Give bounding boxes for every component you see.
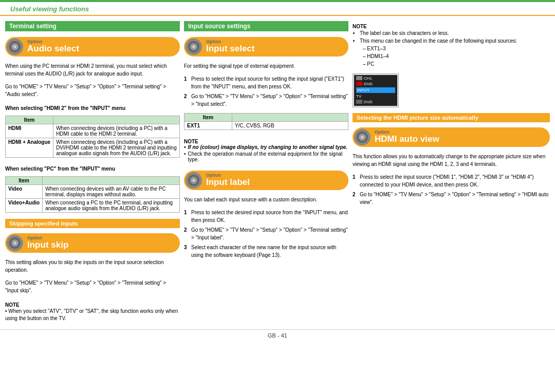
input-select-body: For setting the signal type of external … [184, 62, 348, 70]
input-select-title: Input select [206, 44, 254, 54]
input-select-note-title: NOTE [184, 139, 198, 144]
input-select-table-header: Item [184, 114, 232, 122]
tv-row: CH1 [356, 76, 395, 81]
table-row: HDMI + Analogue When connecting devices … [6, 138, 180, 158]
hdmi-auto-steps: Press to select the input source ("HDMI … [353, 173, 550, 208]
tv-screen-image: CH1 DVD INPUT TV DVD [353, 73, 399, 107]
skip-section-header: Skipping specified inputs [5, 219, 180, 228]
audio-select-goto: Go to "HOME" > "TV Menu" > "Setup" > "Op… [5, 83, 180, 98]
ext1-desc: Y/C, CVBS, RGB [232, 122, 348, 130]
sub-items-list: – EXT1–3 – HDMI1–4 – PC [363, 45, 550, 68]
input-select-text: Option Input select [206, 40, 254, 54]
hdmi2-section-title: When selecting "HDMI 2" from the "INPUT"… [5, 105, 180, 111]
right-note-box: NOTE The label can be six characters or … [353, 23, 550, 68]
pc-row1-desc: When connecting devices with an AV cable… [43, 185, 180, 199]
input-skip-icon [7, 235, 23, 251]
input-skip-note-box: NOTE • When you select "ATV", "DTV" or "… [5, 302, 180, 322]
right-note-title: NOTE [353, 24, 367, 29]
tv-dvd2-icon [356, 100, 362, 104]
tv-row: TV [356, 94, 395, 99]
input-label-icon [186, 172, 202, 189]
input-source-header: Input source settings [184, 21, 348, 31]
input-skip-body: This setting allows you to skip the inpu… [5, 258, 180, 274]
pc-row2-desc: When connecting a PC to the PC terminal,… [43, 199, 180, 213]
tv-row-selected: INPUT [356, 87, 395, 93]
input-skip-text: Option Input skip [27, 236, 68, 250]
step-item: Press to select the input source ("HDMI … [353, 173, 550, 189]
step-item: Go to "HOME" > "TV Menu" > "Setup" > "Op… [353, 191, 550, 206]
svg-point-11 [192, 179, 195, 182]
input-skip-pill: Option Input skip [5, 233, 180, 253]
right-note-list: The label can be six characters or less.… [360, 29, 550, 68]
svg-point-5 [13, 241, 16, 245]
input-label-text: Option Input label [206, 173, 250, 188]
step-item: Press to select the desired input source… [184, 209, 348, 224]
table-row: Video+Audio When connecting a PC to the … [6, 199, 180, 213]
hdmi-auto-pill: Option HDMI auto view [353, 127, 550, 147]
input-label-body: You can label each input source with a c… [184, 196, 348, 203]
table-row: Video When connecting devices with an AV… [6, 185, 180, 199]
list-item: This menu can be changed in the case of … [360, 37, 550, 68]
col-mid: Input source settings Option Input selec… [184, 21, 348, 322]
hdmi2-row1-item: HDMI [6, 124, 53, 138]
input-label-title: Input label [206, 178, 250, 188]
hdmi-auto-text: Option HDMI auto view [375, 130, 439, 144]
pc-table-header: Item [6, 177, 43, 185]
skip-note-bullet: • When you select "ATV", "DTV" or "SAT",… [5, 308, 178, 321]
hdmi-auto-icon [354, 129, 371, 145]
step-item: Go to "HOME" > "TV Menu" > "Setup" > "Op… [184, 226, 348, 241]
input-skip-note-title: NOTE [5, 302, 20, 308]
input-select-pill: Option Input select [184, 37, 348, 57]
sub-item: – HDMI1–4 [363, 52, 550, 60]
input-skip-title: Input skip [27, 240, 68, 250]
page-title: Useful viewing functions [10, 5, 89, 13]
col-left: Terminal setting Option Audio select Whe… [5, 21, 180, 322]
hdmi2-table: Item HDMI When connecting devices (inclu… [5, 116, 180, 158]
pc-section-title: When selecting "PC" from the "INPUT" men… [5, 166, 180, 172]
input-skip-note-text: • When you select "ATV", "DTV" or "SAT",… [5, 308, 180, 322]
step-item: Select each character of the new name fo… [184, 244, 348, 259]
terminal-setting-header: Terminal setting [5, 21, 180, 31]
input-label-steps: Press to select the desired input source… [184, 209, 348, 261]
tv-row: DVD [356, 82, 395, 86]
audio-select-text: Option Audio select [27, 40, 79, 54]
svg-point-14 [361, 136, 364, 139]
audio-select-body: When using the PC terminal or HDMI 2 ter… [5, 62, 180, 78]
audio-select-pill: Option Audio select [5, 37, 180, 57]
hdmi2-row2-desc: When connecting devices (including a PC)… [53, 138, 180, 158]
table-row: HDMI When connecting devices (including … [6, 124, 180, 138]
input-select-steps: Press to select the input source for set… [184, 75, 348, 110]
table-row: EXT1 Y/C, CVBS, RGB [184, 122, 348, 130]
note-bullet-2: Check the operation manual of the extern… [184, 151, 348, 162]
svg-point-2 [13, 45, 16, 48]
list-item: The label can be six characters or less. [360, 29, 550, 37]
audio-select-title: Audio select [27, 44, 79, 54]
page-footer: GB - 41 [0, 329, 555, 341]
hdmi-auto-title: HDMI auto view [375, 135, 439, 144]
note-bullet-1: If no (colour) image displays, try chang… [184, 144, 348, 150]
ext1-item: EXT1 [184, 122, 232, 130]
pc-table: Item Video When connecting devices with … [5, 176, 180, 213]
step-item: Go to "HOME" > "TV Menu" > "Setup" > "Op… [184, 92, 348, 108]
page-header: Useful viewing functions [0, 2, 555, 16]
footer-text: GB - 41 [268, 332, 287, 339]
input-select-icon [186, 39, 202, 55]
sub-item: – PC [363, 60, 550, 68]
svg-point-8 [192, 45, 195, 48]
page-wrapper: Useful viewing functions Terminal settin… [0, 0, 555, 341]
hdmi-auto-body: This function allows you to automaticall… [353, 153, 550, 168]
audio-select-icon [7, 39, 23, 55]
tv-row: DVD [356, 100, 395, 104]
tv-ch-icon [356, 76, 362, 80]
tv-dvd-icon [356, 82, 362, 86]
input-select-note-box: NOTE If no (colour) image displays, try … [184, 138, 348, 163]
sub-item: – EXT1–3 [363, 45, 550, 52]
col-right: NOTE The label can be six characters or … [353, 21, 550, 322]
pc-row1-item: Video [6, 185, 43, 199]
hdmi-auto-section-header: Selecting the HDMI picture size automati… [353, 113, 550, 122]
input-select-table: Item EXT1 Y/C, CVBS, RGB [184, 113, 348, 130]
pc-row2-item: Video+Audio [6, 199, 43, 213]
step-item: Press to select the input source for set… [184, 75, 348, 90]
main-content: Terminal setting Option Audio select Whe… [0, 16, 555, 327]
hdmi2-row2-item: HDMI + Analogue [6, 138, 53, 158]
